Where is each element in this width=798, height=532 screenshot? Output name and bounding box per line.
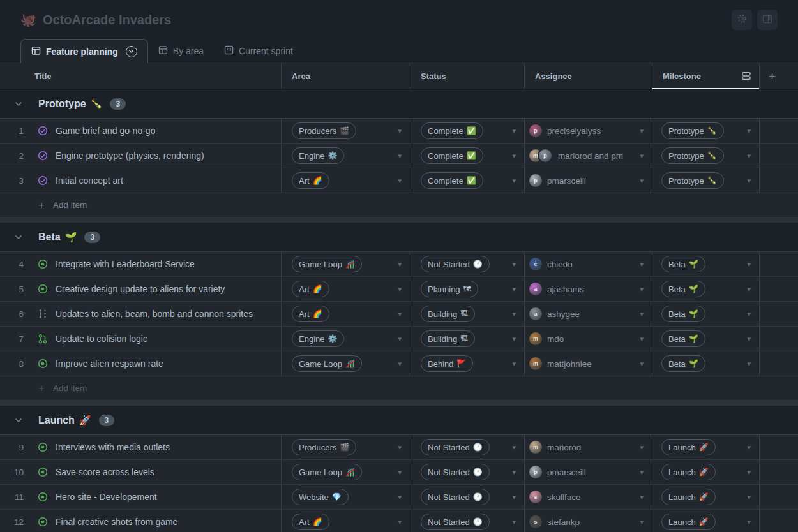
assignee-cell[interactable]: mmariorod▾: [525, 435, 652, 459]
add-item-button[interactable]: +Add item: [0, 193, 798, 218]
milestone-cell[interactable]: Beta🌱▾: [652, 252, 760, 276]
area-cell[interactable]: Producers🎬▾: [282, 119, 410, 143]
tab-current-sprint[interactable]: Current sprint: [214, 40, 303, 63]
title-cell: 3Initial concept art: [0, 168, 282, 193]
assignee-cell[interactable]: ppreciselyalyss▾: [525, 119, 652, 143]
column-header-status[interactable]: Status: [410, 63, 525, 89]
status-cell[interactable]: Behind🚩▾: [410, 351, 525, 376]
pill-label: Beta: [668, 284, 686, 294]
collapse-group-button[interactable]: [14, 233, 23, 242]
item-title[interactable]: Hero site - Developement: [56, 492, 157, 502]
milestone-cell[interactable]: Launch🚀▾: [652, 460, 760, 484]
pill-emoji-icon: 🕐: [473, 492, 483, 501]
settings-button[interactable]: [732, 10, 752, 30]
table-icon: [158, 45, 168, 57]
area-cell[interactable]: Art🌈▾: [282, 168, 410, 193]
pill-label: Not Started: [428, 468, 470, 477]
table-row: 10Save score across levelsGame Loop🎢▾Not…: [0, 460, 798, 485]
area-cell[interactable]: Game Loop🎢▾: [282, 460, 410, 484]
pill-label: Beta: [668, 309, 686, 319]
column-header-milestone[interactable]: Milestone: [652, 63, 760, 89]
column-header-assignee[interactable]: Assignee: [525, 63, 652, 89]
status-cell[interactable]: Complete✅▾: [410, 168, 525, 193]
milestone-cell[interactable]: Launch🚀▾: [652, 485, 760, 509]
status-cell[interactable]: Building🏗▾: [410, 327, 525, 351]
assignee-cell[interactable]: ppmarsceill▾: [525, 168, 652, 193]
status-cell[interactable]: Not Started🕐▾: [410, 510, 525, 532]
add-column-button[interactable]: +: [760, 63, 798, 89]
column-header-area[interactable]: Area: [282, 63, 410, 89]
item-title[interactable]: Initial concept art: [56, 175, 123, 186]
add-item-button[interactable]: +Add item: [0, 376, 798, 401]
dropdown-caret-icon: ▾: [398, 127, 402, 135]
assignee-cell[interactable]: aashygee▾: [525, 302, 652, 326]
item-title[interactable]: Creative design update to aliens for var…: [56, 284, 225, 294]
tab-menu-button[interactable]: [126, 46, 137, 57]
milestone-cell[interactable]: Beta🌱▾: [652, 302, 760, 326]
layout-button[interactable]: [757, 10, 778, 30]
status-cell[interactable]: Complete✅▾: [410, 144, 525, 168]
row-stub-cell: [760, 460, 798, 484]
milestone-cell[interactable]: Beta🌱▾: [652, 277, 760, 301]
milestone-cell[interactable]: Prototype🍾▾: [652, 168, 760, 193]
assignee-cell[interactable]: aajashams▾: [525, 277, 652, 301]
status-cell[interactable]: Not Started🕐▾: [410, 435, 525, 459]
tab-feature-planning[interactable]: Feature planning: [20, 39, 148, 63]
milestone-cell[interactable]: Prototype🍾▾: [652, 144, 760, 168]
status-cell[interactable]: Not Started🕐▾: [410, 460, 525, 484]
area-cell[interactable]: Producers🎬▾: [282, 435, 410, 459]
pill-label: Building: [428, 334, 457, 344]
collapse-group-button[interactable]: [14, 100, 23, 108]
item-title[interactable]: Improve alien respawn rate: [56, 358, 163, 369]
group-separator: [0, 218, 798, 223]
group-title: Beta: [38, 232, 61, 243]
dropdown-caret-icon: ▾: [747, 335, 751, 343]
dropdown-caret-icon: ▾: [398, 152, 402, 160]
item-title[interactable]: Engine prototype (physics, rendering): [56, 151, 204, 161]
area-cell[interactable]: Art🌈▾: [282, 302, 410, 326]
item-title[interactable]: Interviews with media outlets: [56, 442, 170, 452]
status-pill: Not Started🕐: [421, 514, 490, 530]
status-cell[interactable]: Planning🗺▾: [410, 277, 525, 301]
status-cell[interactable]: Not Started🕐▾: [410, 252, 525, 276]
item-title[interactable]: Final creative shots from game: [56, 517, 177, 527]
assignee-cell[interactable]: sskullface▾: [525, 485, 652, 509]
area-cell[interactable]: Art🌈▾: [282, 277, 410, 301]
milestone-cell[interactable]: Beta🌱▾: [652, 351, 760, 376]
assignee-cell[interactable]: ppmarsceill▾: [525, 460, 652, 484]
area-cell[interactable]: Game Loop🎢▾: [282, 252, 410, 276]
pill-emoji-icon: 🌈: [313, 517, 322, 526]
assignee-cell[interactable]: mpmariorod and pm▾: [525, 144, 652, 168]
table-row: 1Game brief and go-no-goProducers🎬▾Compl…: [0, 119, 798, 144]
milestone-pill: Launch🚀: [661, 489, 716, 505]
milestone-cell[interactable]: Prototype🍾▾: [652, 119, 760, 143]
item-title[interactable]: Save score across levels: [56, 467, 154, 477]
assignee-cell[interactable]: mmdo▾: [525, 327, 652, 351]
pill-label: Complete: [428, 126, 463, 136]
area-cell[interactable]: Engine⚙️▾: [282, 144, 410, 168]
page-title: 🐙 OctoArcade Invaders: [20, 12, 171, 27]
item-title[interactable]: Integrate with Leaderboard Service: [56, 259, 195, 269]
assignee-cell[interactable]: cchiedo▾: [525, 252, 652, 276]
pill-emoji-icon: 🕐: [473, 468, 483, 477]
pill-emoji-icon: 🕐: [473, 260, 483, 269]
item-title[interactable]: Game brief and go-no-go: [56, 126, 155, 136]
tab-by-area[interactable]: By area: [148, 40, 214, 63]
collapse-group-button[interactable]: [14, 416, 23, 425]
status-cell[interactable]: Complete✅▾: [410, 119, 525, 143]
status-cell[interactable]: Building🏗▾: [410, 302, 525, 326]
area-cell[interactable]: Engine⚙️▾: [282, 327, 410, 351]
column-header-title[interactable]: Title: [0, 63, 282, 89]
pill-label: Prototype: [668, 151, 704, 161]
milestone-cell[interactable]: Launch🚀▾: [652, 435, 760, 459]
item-title[interactable]: Updates to alien, beam, bomb and cannon …: [56, 309, 253, 319]
item-title[interactable]: Update to colision logic: [56, 334, 147, 344]
assignee-cell[interactable]: mmattjohnlee▾: [525, 351, 652, 376]
assignee-cell[interactable]: sstefankp▾: [525, 510, 652, 532]
status-cell[interactable]: Not Started🕐▾: [410, 485, 525, 509]
area-cell[interactable]: Game Loop🎢▾: [282, 351, 410, 376]
milestone-cell[interactable]: Launch🚀▾: [652, 510, 760, 532]
area-cell[interactable]: Art🌈▾: [282, 510, 410, 532]
milestone-cell[interactable]: Beta🌱▾: [652, 327, 760, 351]
area-cell[interactable]: Website💎▾: [282, 485, 410, 509]
